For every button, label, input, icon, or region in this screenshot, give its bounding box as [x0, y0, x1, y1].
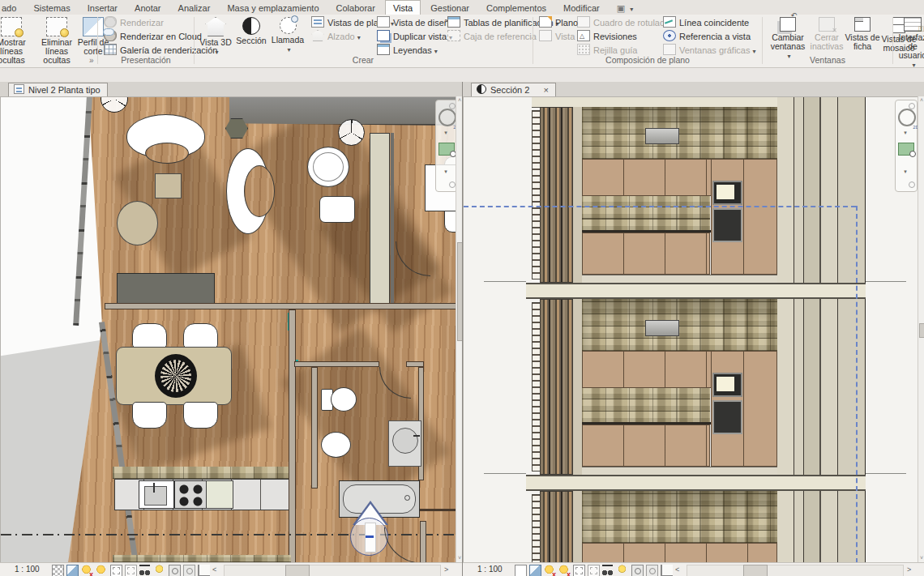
user-interface-button[interactable]: Interfaz de usuario ▾ [895, 16, 924, 55]
level-line[interactable] [484, 281, 526, 282]
view-tab-nivel2[interactable]: Nivel 2 Planta tipo [8, 83, 108, 97]
matchline-button[interactable]: Línea coincidente [663, 16, 749, 29]
tab-modificar[interactable]: Modificar [556, 1, 607, 15]
coffee-table[interactable] [155, 173, 182, 198]
stone-wall[interactable] [582, 491, 777, 543]
tab-views-button[interactable]: Vistas de ficha [845, 16, 880, 55]
detail-level-icon[interactable] [52, 565, 64, 576]
scroll-right-arrow[interactable]: > [907, 565, 911, 574]
stove-cooktop[interactable] [174, 480, 207, 509]
oven[interactable] [712, 400, 742, 434]
kitchen-backsplash[interactable] [113, 467, 291, 479]
tab-insertar[interactable]: Insertar [80, 1, 125, 15]
temporary-view-properties-icon[interactable] [631, 565, 644, 576]
section-floor-module[interactable] [532, 299, 777, 475]
upper-cabinets[interactable] [582, 543, 777, 563]
temporary-hide-isolate-icon[interactable] [139, 565, 150, 576]
navigation-bar[interactable]: ▾ ▾ [435, 100, 456, 192]
collapse-arrow[interactable]: < [212, 565, 216, 574]
hide-analytical-model-icon[interactable] [646, 565, 658, 576]
temporary-hide-isolate-icon[interactable] [602, 565, 613, 576]
shadows-icon[interactable] [96, 565, 106, 575]
stone-backsplash[interactable] [582, 388, 710, 424]
dining-chair[interactable] [183, 323, 218, 348]
scrollbar-thumb[interactable] [743, 565, 768, 576]
lower-cabinets[interactable] [582, 233, 710, 275]
sheet-button[interactable]: Plano [539, 16, 578, 29]
close-icon[interactable]: × [543, 85, 548, 95]
dining-chair[interactable] [132, 402, 167, 429]
microwave[interactable] [712, 373, 742, 397]
scrollbar-thumb[interactable] [919, 323, 924, 338]
visual-style-icon[interactable] [66, 565, 79, 576]
tab-masa-y-emplazamiento[interactable]: Masa y emplazamiento [220, 1, 326, 15]
section-floor-module[interactable] [532, 107, 777, 283]
scroll-right-arrow[interactable]: > [444, 565, 448, 574]
sun-path-icon[interactable] [544, 565, 554, 575]
shadows-icon[interactable] [558, 565, 569, 575]
hide-analytical-model-icon[interactable] [183, 565, 195, 576]
tab-colaborar[interactable]: Colaborar [329, 1, 383, 15]
tab-vista[interactable]: Vista [385, 0, 421, 15]
temporary-view-properties-icon[interactable] [169, 565, 181, 576]
wall-segment[interactable] [420, 521, 426, 563]
range-hood[interactable] [645, 128, 679, 144]
bathroom-partition-wall[interactable] [311, 367, 318, 489]
3d-view-button[interactable]: Vista 3D ▾ [198, 16, 233, 55]
scrollbar-thumb[interactable] [285, 565, 310, 576]
crop-view-icon[interactable] [573, 565, 585, 576]
revisions-button[interactable]: Revisiones [577, 30, 637, 43]
remove-hidden-lines-button[interactable]: Eliminar líneas ocultas [34, 16, 79, 55]
crop-view-icon[interactable] [110, 565, 122, 576]
right-vertical-scrollbar[interactable]: ˄ ˅ [918, 96, 924, 562]
table-centerpiece[interactable] [155, 354, 197, 398]
dining-chair[interactable] [132, 323, 167, 348]
bidet[interactable] [321, 432, 351, 458]
interior-wall-vertical[interactable] [289, 309, 296, 563]
scroll-down-arrow[interactable]: ˅ [918, 554, 924, 562]
section-wall-layers[interactable] [777, 97, 866, 563]
microwave[interactable] [712, 181, 742, 205]
scale-label[interactable]: 1 : 100 [477, 565, 503, 574]
panel-overflow-arrow[interactable]: » [89, 56, 94, 65]
tab-analizar[interactable]: Analizar [171, 1, 218, 15]
tab-sistemas[interactable]: Sistemas [26, 1, 77, 15]
wall-segment[interactable] [420, 509, 456, 511]
kitchen-cabinet[interactable] [206, 480, 233, 509]
show-hidden-lines-button[interactable]: Mostrar líneas ocultas [0, 16, 34, 55]
navigation-bar[interactable]: ▾ ▾ [895, 100, 918, 192]
range-hood[interactable] [645, 320, 679, 336]
stone-wall[interactable] [582, 299, 777, 351]
zoom-icon[interactable] [898, 143, 914, 156]
tall-cabinet-section[interactable] [743, 351, 777, 467]
switch-windows-button[interactable]: Cambiar ventanas ▾ [767, 16, 809, 55]
visual-style-icon[interactable] [529, 565, 541, 576]
view-tab-seccion2[interactable]: Sección 2 × [471, 83, 556, 97]
ceiling-fan-symbol[interactable] [338, 119, 365, 146]
tall-cabinet[interactable] [370, 133, 390, 307]
chevron-down-icon[interactable]: ▾ [898, 130, 913, 136]
scroll-up-arrow[interactable]: ˄ [918, 96, 924, 105]
view-reference-button[interactable]: Referencia a vista [663, 30, 751, 43]
bathroom-wall[interactable] [294, 361, 379, 367]
lower-cabinets[interactable] [582, 425, 710, 467]
round-armchair[interactable] [307, 147, 349, 187]
stone-wall[interactable] [582, 107, 777, 159]
horizontal-scrollbar[interactable] [224, 565, 441, 576]
reveal-constraints-icon[interactable] [661, 565, 673, 576]
callout-button[interactable]: Llamada▾ [269, 16, 306, 55]
floor-slab[interactable] [526, 475, 866, 491]
detail-level-icon[interactable] [515, 565, 527, 576]
collapse-arrow[interactable]: < [675, 565, 679, 574]
ottoman[interactable] [319, 196, 355, 223]
reveal-constraints-icon[interactable] [198, 565, 210, 576]
tab-anotar[interactable]: Anotar [127, 1, 168, 15]
section-viewport[interactable]: ▾ ▾ [463, 96, 918, 563]
reveal-hidden-elements-icon[interactable] [154, 565, 165, 575]
ribbon-display-toggle[interactable]: ▣ ▾ [610, 1, 640, 15]
drafting-view-button[interactable]: Vista de diseño [377, 16, 454, 29]
round-table[interactable] [117, 201, 158, 245]
render-in-cloud-button[interactable]: Renderizar en Cloud [104, 30, 202, 43]
level-line[interactable] [484, 473, 526, 474]
tab-complementos[interactable]: Complementos [479, 1, 554, 15]
